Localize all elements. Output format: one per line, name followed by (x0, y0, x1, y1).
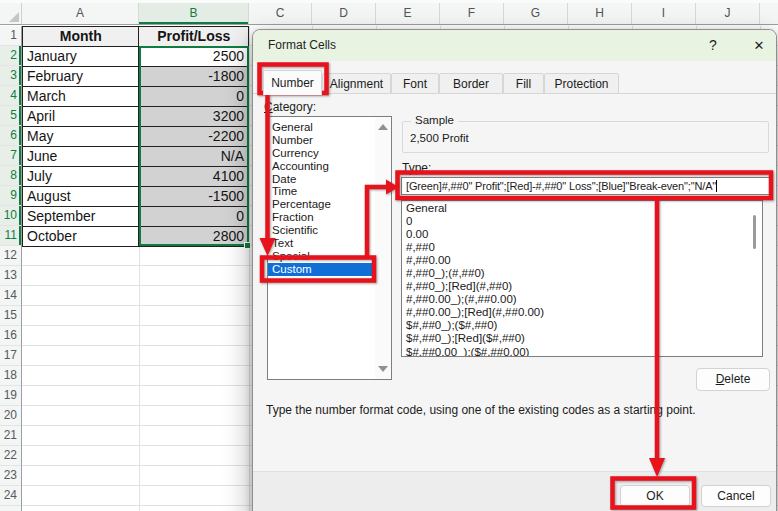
value-cell[interactable]: -1800 (139, 67, 249, 87)
row-header[interactable]: 10 (0, 206, 21, 226)
row-header[interactable]: 14 (0, 286, 21, 306)
format-code-item[interactable]: #,##0.00_);(#,##0.00) (402, 293, 762, 306)
row-header[interactable]: 4 (0, 86, 21, 106)
category-item[interactable]: Number (268, 134, 374, 147)
help-button[interactable]: ? (705, 30, 721, 61)
cell-A1[interactable]: Month (23, 27, 139, 47)
month-cell[interactable]: July (23, 167, 139, 187)
column-header[interactable]: E (376, 3, 440, 24)
row-header[interactable]: 1 (0, 26, 21, 46)
row-header[interactable]: 12 (0, 246, 21, 266)
dialog-tab[interactable]: Fill (503, 73, 544, 94)
type-input[interactable]: [Green]#,##0" Profit";[Red]-#,##0" Loss"… (401, 177, 770, 195)
row-header[interactable]: 18 (0, 366, 21, 386)
category-item[interactable]: Percentage (268, 198, 374, 211)
category-item[interactable]: Date (268, 173, 374, 186)
month-cell[interactable]: August (23, 187, 139, 207)
format-code-item[interactable]: $#,##0.00_);($#,##0.00) (402, 346, 762, 357)
category-item[interactable]: Custom (268, 263, 374, 276)
scroll-down-icon[interactable] (378, 366, 388, 372)
column-header[interactable]: H (568, 3, 632, 24)
dialog-tab[interactable]: Number (263, 70, 322, 95)
delete-button[interactable]: Delete (696, 368, 770, 391)
month-cell[interactable]: March (23, 87, 139, 107)
row-header[interactable]: 17 (0, 346, 21, 366)
row-header[interactable]: 2 (0, 46, 21, 66)
category-item[interactable]: Fraction (268, 211, 374, 224)
row-header[interactable]: 24 (0, 486, 21, 506)
format-code-item[interactable]: $#,##0_);($#,##0) (402, 319, 762, 332)
row-header[interactable]: 20 (0, 406, 21, 426)
month-cell[interactable]: April (23, 107, 139, 127)
column-header[interactable]: F (440, 3, 504, 24)
format-code-item[interactable]: #,##0.00 (402, 254, 762, 267)
row-header[interactable]: 7 (0, 146, 21, 166)
category-item[interactable]: Special (268, 250, 374, 263)
month-cell[interactable]: February (23, 67, 139, 87)
cancel-button[interactable]: Cancel (701, 485, 771, 507)
column-header[interactable]: I (632, 3, 696, 24)
row-header[interactable]: 13 (0, 266, 21, 286)
format-code-item[interactable]: #,##0 (402, 241, 762, 254)
row-header[interactable]: 22 (0, 446, 21, 466)
value-cell[interactable]: N/A (139, 147, 249, 167)
value-cell[interactable]: 2500 (139, 47, 249, 67)
format-code-item[interactable]: #,##0_);(#,##0) (402, 267, 762, 280)
column-header[interactable] (760, 3, 778, 24)
format-code-item[interactable]: $#,##0_);[Red]($#,##0) (402, 332, 762, 345)
dialog-titlebar[interactable]: Format Cells ? ✕ (253, 30, 776, 61)
category-item[interactable]: Text (268, 237, 374, 250)
column-header[interactable]: A (22, 3, 139, 24)
format-code-item[interactable]: #,##0_);[Red](#,##0) (402, 280, 762, 293)
row-header[interactable]: 16 (0, 326, 21, 346)
scroll-up-icon[interactable] (378, 124, 388, 130)
month-cell[interactable]: October (23, 227, 139, 247)
value-cell[interactable]: 0 (139, 207, 249, 227)
row-header[interactable]: 11 (0, 226, 21, 246)
dialog-tab[interactable]: Font (391, 73, 439, 94)
value-cell[interactable]: 2800 (139, 227, 249, 247)
row-header[interactable]: 3 (0, 66, 21, 86)
row-header[interactable]: 6 (0, 126, 21, 146)
month-cell[interactable]: January (23, 47, 139, 67)
month-cell[interactable]: September (23, 207, 139, 227)
column-header[interactable]: J (696, 3, 760, 24)
category-item[interactable]: General (268, 121, 374, 134)
month-cell[interactable]: May (23, 127, 139, 147)
column-header[interactable]: D (312, 3, 376, 24)
row-header[interactable]: 15 (0, 306, 21, 326)
column-header[interactable]: C (249, 3, 312, 24)
format-code-item[interactable]: General (402, 202, 762, 215)
row-header[interactable]: 8 (0, 166, 21, 186)
row-header[interactable]: 5 (0, 106, 21, 126)
category-item[interactable]: Currency (268, 147, 374, 160)
cell-B1[interactable]: Profit/Loss (139, 27, 249, 47)
value-cell[interactable]: -2200 (139, 127, 249, 147)
row-header[interactable]: 23 (0, 466, 21, 486)
category-item[interactable]: Scientific (268, 224, 374, 237)
value-cell[interactable]: -1500 (139, 187, 249, 207)
value-cell[interactable]: 3200 (139, 107, 249, 127)
dialog-tab[interactable]: Protection (544, 73, 619, 94)
column-header[interactable]: B (139, 3, 249, 24)
row-header[interactable]: 19 (0, 386, 21, 406)
column-header[interactable]: G (504, 3, 568, 24)
category-item[interactable]: Time (268, 185, 374, 198)
value-cell[interactable]: 0 (139, 87, 249, 107)
format-code-item[interactable]: 0 (402, 215, 762, 228)
category-scrollbar[interactable] (375, 117, 391, 379)
month-cell[interactable]: June (23, 147, 139, 167)
row-header[interactable]: 21 (0, 426, 21, 446)
row-header[interactable]: 9 (0, 186, 21, 206)
select-all-button[interactable] (0, 3, 22, 24)
dialog-tab[interactable]: Alignment (322, 73, 391, 94)
dialog-tab[interactable]: Border (439, 73, 503, 94)
format-code-item[interactable]: 0.00 (402, 228, 762, 241)
format-code-item[interactable]: #,##0.00_);[Red](#,##0.00) (402, 306, 762, 319)
category-item[interactable]: Accounting (268, 160, 374, 173)
close-icon[interactable]: ✕ (751, 30, 767, 61)
format-list-scrollbar-thumb[interactable] (753, 215, 756, 249)
value-cell[interactable]: 4100 (139, 167, 249, 187)
ok-button[interactable]: OK (620, 485, 690, 507)
fill-handle[interactable] (244, 242, 251, 249)
